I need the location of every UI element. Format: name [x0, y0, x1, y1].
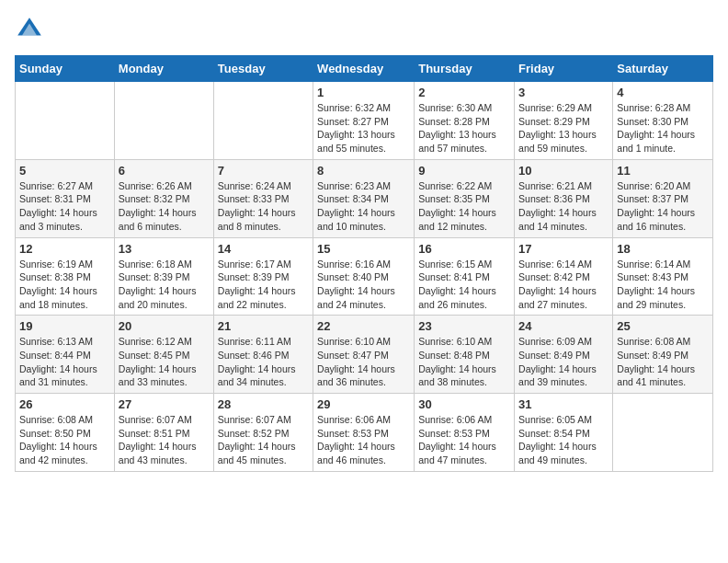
day-number: 22: [317, 319, 410, 333]
page: SundayMondayTuesdayWednesdayThursdayFrid…: [0, 0, 728, 563]
day-number: 5: [19, 164, 110, 178]
day-info: Sunrise: 6:07 AM Sunset: 8:52 PM Dayligh…: [218, 413, 309, 467]
column-header-wednesday: Wednesday: [313, 56, 415, 82]
day-cell: 1Sunrise: 6:32 AM Sunset: 8:27 PM Daylig…: [313, 82, 415, 160]
day-info: Sunrise: 6:11 AM Sunset: 8:46 PM Dayligh…: [218, 335, 309, 389]
day-info: Sunrise: 6:14 AM Sunset: 8:43 PM Dayligh…: [617, 258, 709, 312]
day-info: Sunrise: 6:29 AM Sunset: 8:29 PM Dayligh…: [518, 101, 609, 155]
day-info: Sunrise: 6:23 AM Sunset: 8:34 PM Dayligh…: [317, 179, 410, 234]
day-number: 14: [218, 242, 309, 256]
day-number: 8: [317, 164, 410, 178]
week-row-1: 5Sunrise: 6:27 AM Sunset: 8:31 PM Daylig…: [16, 159, 713, 237]
day-info: Sunrise: 6:17 AM Sunset: 8:39 PM Dayligh…: [218, 258, 309, 312]
day-cell: [613, 394, 713, 472]
day-cell: 18Sunrise: 6:14 AM Sunset: 8:43 PM Dayli…: [613, 237, 713, 316]
day-cell: 15Sunrise: 6:16 AM Sunset: 8:40 PM Dayli…: [313, 237, 415, 316]
day-info: Sunrise: 6:30 AM Sunset: 8:28 PM Dayligh…: [418, 101, 510, 155]
day-cell: 21Sunrise: 6:11 AM Sunset: 8:46 PM Dayli…: [213, 316, 313, 394]
day-number: 16: [418, 242, 510, 256]
week-row-2: 12Sunrise: 6:19 AM Sunset: 8:38 PM Dayli…: [16, 237, 713, 316]
day-cell: 29Sunrise: 6:06 AM Sunset: 8:53 PM Dayli…: [313, 394, 415, 472]
day-cell: 7Sunrise: 6:24 AM Sunset: 8:33 PM Daylig…: [213, 159, 313, 237]
day-number: 23: [418, 319, 510, 333]
day-info: Sunrise: 6:16 AM Sunset: 8:40 PM Dayligh…: [317, 258, 410, 312]
day-cell: 4Sunrise: 6:28 AM Sunset: 8:30 PM Daylig…: [613, 82, 713, 160]
day-number: 11: [617, 164, 709, 178]
week-row-3: 19Sunrise: 6:13 AM Sunset: 8:44 PM Dayli…: [16, 316, 713, 394]
day-number: 6: [119, 164, 210, 178]
day-number: 13: [119, 242, 210, 256]
day-info: Sunrise: 6:18 AM Sunset: 8:39 PM Dayligh…: [119, 258, 210, 312]
day-number: 21: [218, 319, 309, 333]
day-number: 29: [317, 397, 410, 411]
day-cell: 24Sunrise: 6:09 AM Sunset: 8:49 PM Dayli…: [515, 316, 613, 394]
day-info: Sunrise: 6:13 AM Sunset: 8:44 PM Dayligh…: [19, 335, 110, 389]
day-number: 28: [218, 397, 309, 411]
day-info: Sunrise: 6:24 AM Sunset: 8:33 PM Dayligh…: [218, 179, 309, 234]
day-cell: 14Sunrise: 6:17 AM Sunset: 8:39 PM Dayli…: [213, 237, 313, 316]
day-number: 20: [119, 319, 210, 333]
week-row-0: 1Sunrise: 6:32 AM Sunset: 8:27 PM Daylig…: [16, 82, 713, 160]
day-info: Sunrise: 6:05 AM Sunset: 8:54 PM Dayligh…: [518, 413, 609, 467]
day-cell: 5Sunrise: 6:27 AM Sunset: 8:31 PM Daylig…: [16, 159, 115, 237]
day-number: 24: [518, 319, 609, 333]
day-number: 9: [418, 164, 510, 178]
day-cell: 16Sunrise: 6:15 AM Sunset: 8:41 PM Dayli…: [415, 237, 515, 316]
day-cell: [16, 82, 115, 160]
day-cell: 23Sunrise: 6:10 AM Sunset: 8:48 PM Dayli…: [415, 316, 515, 394]
day-info: Sunrise: 6:06 AM Sunset: 8:53 PM Dayligh…: [317, 413, 410, 467]
day-cell: 31Sunrise: 6:05 AM Sunset: 8:54 PM Dayli…: [515, 394, 613, 472]
day-number: 25: [617, 319, 709, 333]
day-number: 26: [19, 397, 110, 411]
day-info: Sunrise: 6:09 AM Sunset: 8:49 PM Dayligh…: [518, 335, 609, 389]
day-cell: 13Sunrise: 6:18 AM Sunset: 8:39 PM Dayli…: [114, 237, 213, 316]
day-cell: 12Sunrise: 6:19 AM Sunset: 8:38 PM Dayli…: [16, 237, 115, 316]
day-info: Sunrise: 6:20 AM Sunset: 8:37 PM Dayligh…: [617, 179, 709, 234]
day-cell: 11Sunrise: 6:20 AM Sunset: 8:37 PM Dayli…: [613, 159, 713, 237]
day-info: Sunrise: 6:08 AM Sunset: 8:50 PM Dayligh…: [19, 413, 110, 467]
column-header-saturday: Saturday: [613, 56, 713, 82]
day-number: 19: [19, 319, 110, 333]
day-number: 3: [518, 86, 609, 99]
day-number: 31: [518, 397, 609, 411]
calendar-header-row: SundayMondayTuesdayWednesdayThursdayFrid…: [16, 56, 713, 82]
day-number: 27: [119, 397, 210, 411]
day-info: Sunrise: 6:21 AM Sunset: 8:36 PM Dayligh…: [518, 179, 609, 234]
day-info: Sunrise: 6:06 AM Sunset: 8:53 PM Dayligh…: [418, 413, 510, 467]
day-cell: 25Sunrise: 6:08 AM Sunset: 8:49 PM Dayli…: [613, 316, 713, 394]
day-number: 18: [617, 242, 709, 256]
day-cell: 10Sunrise: 6:21 AM Sunset: 8:36 PM Dayli…: [515, 159, 613, 237]
day-info: Sunrise: 6:19 AM Sunset: 8:38 PM Dayligh…: [19, 258, 110, 312]
day-cell: [114, 82, 213, 160]
day-cell: 9Sunrise: 6:22 AM Sunset: 8:35 PM Daylig…: [415, 159, 515, 237]
day-cell: 17Sunrise: 6:14 AM Sunset: 8:42 PM Dayli…: [515, 237, 613, 316]
column-header-tuesday: Tuesday: [213, 56, 313, 82]
logo: [15, 15, 48, 44]
column-header-sunday: Sunday: [16, 56, 115, 82]
day-cell: 3Sunrise: 6:29 AM Sunset: 8:29 PM Daylig…: [515, 82, 613, 160]
day-info: Sunrise: 6:12 AM Sunset: 8:45 PM Dayligh…: [119, 335, 210, 389]
logo-icon: [15, 15, 44, 44]
day-number: 30: [418, 397, 510, 411]
day-cell: [213, 82, 313, 160]
day-info: Sunrise: 6:26 AM Sunset: 8:32 PM Dayligh…: [119, 179, 210, 234]
day-info: Sunrise: 6:08 AM Sunset: 8:49 PM Dayligh…: [617, 335, 709, 389]
day-number: 17: [518, 242, 609, 256]
day-number: 10: [518, 164, 609, 178]
week-row-4: 26Sunrise: 6:08 AM Sunset: 8:50 PM Dayli…: [16, 394, 713, 472]
day-number: 4: [617, 86, 709, 99]
day-info: Sunrise: 6:28 AM Sunset: 8:30 PM Dayligh…: [617, 101, 709, 155]
day-cell: 28Sunrise: 6:07 AM Sunset: 8:52 PM Dayli…: [213, 394, 313, 472]
day-cell: 19Sunrise: 6:13 AM Sunset: 8:44 PM Dayli…: [16, 316, 115, 394]
day-cell: 22Sunrise: 6:10 AM Sunset: 8:47 PM Dayli…: [313, 316, 415, 394]
day-cell: 20Sunrise: 6:12 AM Sunset: 8:45 PM Dayli…: [114, 316, 213, 394]
day-info: Sunrise: 6:07 AM Sunset: 8:51 PM Dayligh…: [119, 413, 210, 467]
day-cell: 27Sunrise: 6:07 AM Sunset: 8:51 PM Dayli…: [114, 394, 213, 472]
day-info: Sunrise: 6:15 AM Sunset: 8:41 PM Dayligh…: [418, 258, 510, 312]
day-info: Sunrise: 6:27 AM Sunset: 8:31 PM Dayligh…: [19, 179, 110, 234]
day-number: 1: [317, 86, 410, 99]
column-header-monday: Monday: [114, 56, 213, 82]
day-info: Sunrise: 6:10 AM Sunset: 8:48 PM Dayligh…: [418, 335, 510, 389]
day-number: 12: [19, 242, 110, 256]
day-cell: 6Sunrise: 6:26 AM Sunset: 8:32 PM Daylig…: [114, 159, 213, 237]
